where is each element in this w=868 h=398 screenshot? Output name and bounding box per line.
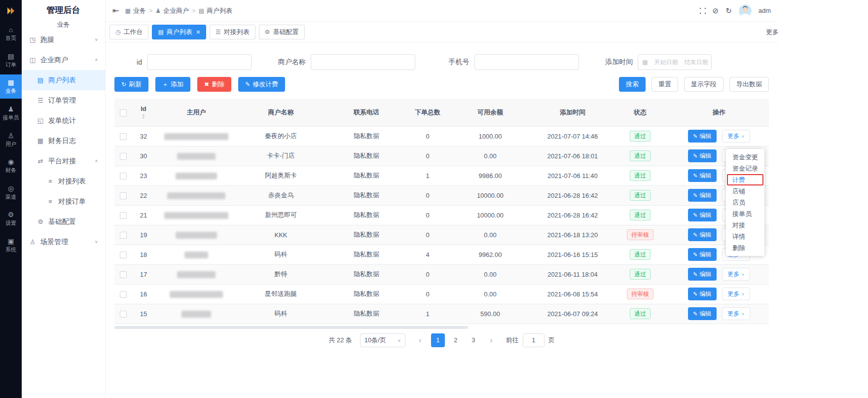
- edit-button[interactable]: ✎ 编辑: [688, 288, 716, 300]
- more-button[interactable]: 更多 ∨: [722, 288, 750, 300]
- rail-item-settings[interactable]: ⚙ 设置: [0, 207, 22, 231]
- row-checkbox[interactable]: [120, 133, 127, 140]
- dropdown-item-staff[interactable]: 店员: [726, 197, 764, 208]
- row-checkbox[interactable]: [120, 192, 127, 199]
- row-checkbox[interactable]: [120, 311, 127, 318]
- goto-page-input[interactable]: [523, 333, 544, 347]
- row-checkbox[interactable]: [120, 173, 127, 180]
- phone-input[interactable]: [474, 54, 579, 70]
- more-button[interactable]: 更多 ∨: [722, 130, 750, 143]
- rail-item-couriers[interactable]: ♟ 接单员: [0, 101, 22, 125]
- refresh-button[interactable]: ↻ 刷新: [114, 77, 148, 92]
- rail-item-users[interactable]: ♙ 用户: [0, 128, 22, 152]
- cell-order-count: 0: [409, 264, 446, 284]
- search-button[interactable]: 搜索: [619, 77, 646, 92]
- edit-button[interactable]: ✎ 编辑: [688, 268, 716, 281]
- avatar[interactable]: [739, 4, 752, 17]
- sidebar-item-finance-log[interactable]: ▦ 财务日志: [22, 131, 105, 151]
- merchant-name-input[interactable]: [311, 54, 415, 70]
- rail-item-orders[interactable]: ▤ 订单: [0, 48, 22, 72]
- page-size-select[interactable]: 10条/页 ∨: [360, 333, 405, 347]
- edit-button[interactable]: ✎ 编辑: [688, 189, 716, 202]
- sidebar-item-enterprise-merchant[interactable]: ◫ 企业商户 ∧: [22, 50, 105, 70]
- reset-button[interactable]: 重置: [651, 77, 678, 92]
- prev-page-button[interactable]: ‹: [413, 333, 427, 347]
- page-button-1[interactable]: 1: [431, 333, 445, 347]
- edit-button[interactable]: ✎ 编辑: [688, 209, 716, 221]
- scrollbar-thumb[interactable]: [114, 326, 468, 329]
- topbar: ⇤ ▦ 业务 > ♟ 企业商户 > ▤ 商户列表 ⊘: [106, 0, 778, 22]
- tab-workbench[interactable]: ◷ 工作台: [109, 25, 148, 39]
- export-data-button[interactable]: 导出数据: [729, 77, 769, 92]
- edit-button[interactable]: ✎ 编辑: [688, 228, 716, 241]
- sidebar-item-base-config[interactable]: ⚙ 基础配置: [22, 212, 105, 232]
- edit-icon: ✎: [693, 173, 697, 179]
- more-button[interactable]: 更多 ∨: [722, 268, 750, 281]
- id-input[interactable]: [147, 54, 252, 70]
- page-button-2[interactable]: 2: [449, 333, 463, 347]
- dropdown-item-connect[interactable]: 对接: [726, 219, 764, 231]
- more-button[interactable]: 更多 ∨: [722, 307, 750, 320]
- dropdown-item-billing[interactable]: 计费: [727, 174, 763, 185]
- horizontal-scrollbar[interactable]: [114, 326, 769, 329]
- fullscreen-icon[interactable]: [700, 8, 706, 14]
- sidebar-item-order-management[interactable]: ☰ 订单管理: [22, 90, 105, 110]
- sidebar-item-platform-connect[interactable]: ⇄ 平台对接 ∧: [22, 151, 105, 171]
- delete-button[interactable]: ✖ 删除: [197, 77, 231, 92]
- breadcrumb-item-merchant-list[interactable]: ▤ 商户列表: [199, 6, 232, 15]
- tabs-more-button[interactable]: 更多: [766, 28, 778, 36]
- chevron-down-icon: ∨: [741, 272, 745, 277]
- dropdown-item-shop[interactable]: 店铺: [726, 185, 764, 197]
- edit-button[interactable]: ✎ 编辑: [688, 307, 716, 320]
- more-button-label: 更多: [727, 132, 739, 141]
- sidebar-item-dispatch-stats[interactable]: ◱ 发单统计: [22, 110, 105, 131]
- row-checkbox[interactable]: [120, 153, 127, 160]
- row-checkbox[interactable]: [120, 291, 127, 298]
- sidebar-item-connect-orders[interactable]: ≡ 对接订单: [22, 191, 105, 212]
- breadcrumb-item-business[interactable]: ▦ 业务: [125, 6, 145, 15]
- sidebar-item-errand[interactable]: ◳ 跑腿 ∨: [22, 30, 105, 50]
- date-range-input[interactable]: ▦ 开始日期 结束日期: [638, 54, 712, 70]
- row-checkbox[interactable]: [120, 252, 127, 258]
- rail-item-business[interactable]: ▦ 业务: [0, 74, 22, 99]
- select-all-checkbox[interactable]: [120, 109, 127, 116]
- row-checkbox[interactable]: [120, 232, 127, 239]
- add-button[interactable]: ＋ 添加: [155, 77, 190, 92]
- tab-connect-list[interactable]: ☰ 对接列表: [210, 25, 255, 39]
- sidebar-item-scene-management[interactable]: ♙ 场景管理 ∨: [22, 232, 105, 252]
- refresh-page-icon[interactable]: ↻: [725, 6, 732, 15]
- tab-merchant-list[interactable]: ▤ 商户列表 ×: [152, 25, 206, 39]
- rail-item-label: 用户: [5, 141, 17, 147]
- row-checkbox[interactable]: [120, 271, 127, 278]
- edit-button[interactable]: ✎ 编辑: [688, 149, 716, 162]
- rail-item-channels[interactable]: ◎ 渠道: [0, 181, 22, 205]
- next-page-button[interactable]: ›: [484, 333, 498, 347]
- dropdown-item-delete[interactable]: 删除: [726, 242, 764, 253]
- sort-icon[interactable]: ▲ ▼: [142, 113, 145, 119]
- theme-toggle-icon[interactable]: ⊘: [713, 6, 719, 15]
- close-tab-icon[interactable]: ×: [196, 29, 200, 36]
- column-header-actions: 操作: [669, 99, 769, 126]
- breadcrumb-label: 商户列表: [207, 6, 232, 15]
- row-checkbox[interactable]: [120, 212, 127, 219]
- tab-base-config[interactable]: ⚙ 基础配置: [259, 25, 305, 39]
- dropdown-item-funds-record[interactable]: 资金记录: [726, 163, 764, 174]
- app-logo[interactable]: [0, 0, 22, 22]
- page-button-3[interactable]: 3: [467, 333, 480, 347]
- modify-billing-button[interactable]: ✎ 修改计费: [238, 77, 285, 92]
- edit-button[interactable]: ✎ 编辑: [688, 130, 716, 143]
- dropdown-item-funds-change[interactable]: 资金变更: [726, 151, 764, 163]
- list-icon: ≡: [46, 178, 54, 185]
- rail-item-system[interactable]: ▣ 系统: [0, 233, 22, 257]
- edit-button[interactable]: ✎ 编辑: [688, 169, 716, 182]
- dropdown-item-detail[interactable]: 详情: [726, 231, 764, 242]
- breadcrumb-item-enterprise-merchant[interactable]: ♟ 企业商户: [155, 6, 189, 15]
- sidebar-item-merchant-list[interactable]: ▤ 商户列表: [22, 70, 105, 90]
- rail-item-home[interactable]: ⌂ 首页: [0, 22, 22, 46]
- show-fields-button[interactable]: 显示字段: [684, 77, 723, 92]
- rail-item-finance[interactable]: ◉ 财务: [0, 154, 22, 178]
- sidebar-item-connect-list[interactable]: ≡ 对接列表: [22, 171, 105, 191]
- edit-button[interactable]: ✎ 编辑: [688, 248, 716, 261]
- collapse-sidebar-icon[interactable]: ⇤: [112, 6, 119, 15]
- dropdown-item-courier[interactable]: 接单员: [726, 208, 764, 219]
